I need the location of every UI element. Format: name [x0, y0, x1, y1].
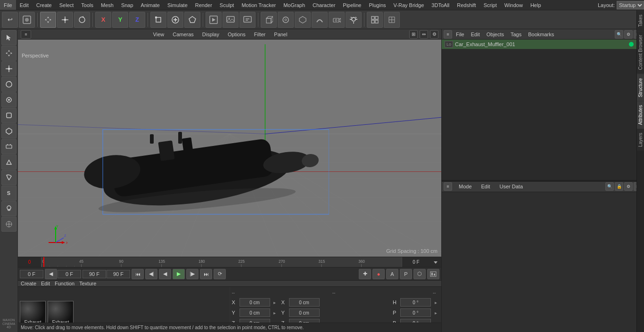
panel-menu[interactable]: Panel [272, 32, 289, 37]
cube-button[interactable] [261, 12, 277, 28]
menu-character[interactable]: Character [309, 0, 339, 10]
x-size-field[interactable] [289, 298, 320, 307]
obj-file-menu[interactable]: File [453, 29, 467, 39]
menu-pipeline[interactable]: Pipeline [339, 0, 365, 10]
s-tool-button[interactable]: S [1, 186, 17, 201]
viewport[interactable]: ≡ View Cameras Display Options Filter Pa… [18, 29, 441, 257]
obj-objects-menu[interactable]: Objects [484, 29, 507, 39]
rotate-tool-button[interactable] [74, 12, 90, 28]
mat-create-menu[interactable]: Create [21, 281, 36, 286]
tool13-button[interactable] [1, 217, 17, 232]
render-region-button[interactable] [206, 12, 222, 28]
play-back-button[interactable]: ◀ [159, 269, 171, 279]
tool5-button[interactable] [1, 92, 17, 107]
menu-motion-tracker[interactable]: Motion Tracker [238, 0, 280, 10]
menu-plugins[interactable]: Plugins [365, 0, 389, 10]
menu-create[interactable]: Create [33, 0, 56, 10]
goto-end-button[interactable]: ⏭ [200, 269, 212, 279]
viewport-menu-icon[interactable]: ≡ [21, 30, 31, 39]
deformer-button[interactable] [312, 12, 328, 28]
content-browser-tab[interactable]: Content Browser [637, 31, 644, 73]
current-frame-input[interactable] [20, 270, 43, 278]
menu-vray[interactable]: V-Ray Bridge [390, 0, 428, 10]
rotate-tool-side-button[interactable] [1, 77, 17, 92]
menu-edit[interactable]: Edit [16, 0, 33, 10]
tool9-button[interactable] [1, 154, 17, 170]
light-button[interactable] [346, 12, 362, 28]
dope-sheet-button[interactable]: ⬡ [413, 269, 426, 279]
tool10-button[interactable] [1, 170, 17, 185]
filter-menu[interactable]: Filter [252, 32, 267, 37]
menu-3dtoall[interactable]: 3DToAll [428, 0, 453, 10]
obj-tags-menu[interactable]: Tags [508, 29, 524, 39]
attr-edit-menu[interactable]: Edit [479, 182, 493, 192]
render-picture-viewer-button[interactable] [223, 12, 239, 28]
display-menu[interactable]: Display [200, 32, 221, 37]
auto-keyframe-button[interactable]: A [386, 269, 398, 279]
undo-button[interactable]: ↩ [2, 12, 18, 28]
tool12-button[interactable] [1, 201, 17, 216]
loop-button[interactable]: ⟳ [214, 269, 226, 279]
grid-button[interactable] [384, 12, 400, 28]
obj-edit-menu[interactable]: Edit [468, 29, 483, 39]
mat-function-menu[interactable]: Function [55, 281, 74, 286]
viewport-settings-icon[interactable]: ⚙ [430, 30, 438, 39]
step-back-button[interactable]: ◀| [145, 269, 157, 279]
x-axis-button[interactable]: X [95, 12, 111, 28]
attr-lock-icon[interactable]: 🔒 [615, 182, 623, 191]
goto-start-button[interactable]: ⏮ [132, 269, 144, 279]
menu-file[interactable]: File [0, 0, 16, 10]
ruler-area[interactable]: 0 45 90 135 180 225 270 315 360 [41, 257, 402, 267]
move-tool-button[interactable] [40, 12, 56, 28]
snap-button[interactable] [367, 12, 383, 28]
menu-mograph[interactable]: MoGraph [280, 0, 309, 10]
frame-prev-button[interactable]: ◀ [45, 269, 57, 279]
menu-animate[interactable]: Animate [137, 0, 164, 10]
step-forward-button[interactable]: |▶ [186, 269, 198, 279]
view-menu[interactable]: View [151, 32, 166, 37]
obj-search-icon[interactable]: 🔍 [615, 30, 623, 39]
viewport-arrows-icon[interactable]: ⇔ [420, 30, 428, 39]
mat-texture-menu[interactable]: Texture [79, 281, 96, 286]
attr-search-icon[interactable]: 🔍 [605, 182, 614, 191]
menu-render[interactable]: Render [191, 0, 216, 10]
obj-item-exhaust[interactable]: Lo Car_Exhaust_Muffler_001 [442, 40, 644, 49]
structure-tab[interactable]: Structure [637, 74, 644, 101]
object-mode-button[interactable] [150, 12, 166, 28]
tool8-button[interactable] [1, 139, 17, 154]
polygon-button[interactable] [184, 12, 200, 28]
menu-simulate[interactable]: Simulate [164, 0, 191, 10]
attributes-tab[interactable]: Attributes [637, 101, 644, 129]
play-forward-button[interactable]: ▶ [173, 269, 185, 279]
p-rot-field[interactable] [400, 308, 431, 317]
attr-mode-menu[interactable]: Mode [456, 182, 475, 192]
end-frame-input2[interactable] [107, 270, 130, 278]
obj-settings-icon[interactable]: ⚙ [624, 30, 633, 39]
select-tool-button[interactable] [1, 30, 17, 45]
add-object-button[interactable] [167, 12, 183, 28]
cameras-menu[interactable]: Cameras [171, 32, 196, 37]
viewport-expand-icon[interactable]: ⊞ [409, 30, 418, 39]
x-pos-field[interactable] [239, 298, 270, 307]
y-axis-button[interactable]: Y [112, 12, 128, 28]
menu-redshift[interactable]: Redshift [453, 0, 479, 10]
motion-clip-button[interactable]: P [400, 269, 412, 279]
y-pos-field[interactable] [239, 308, 270, 317]
extrude-button[interactable] [295, 12, 311, 28]
options-menu[interactable]: Options [226, 32, 248, 37]
h-rot-field[interactable] [400, 298, 431, 307]
timeline-button[interactable] [427, 269, 439, 279]
menu-script[interactable]: Script [480, 0, 501, 10]
menu-window[interactable]: Window [501, 0, 527, 10]
z-axis-button[interactable]: Z [129, 12, 145, 28]
menu-mesh[interactable]: Mesh [97, 0, 117, 10]
menu-sculpt[interactable]: Sculpt [216, 0, 238, 10]
render-settings-button[interactable] [239, 12, 256, 28]
mat-edit-menu[interactable]: Edit [41, 281, 50, 286]
start-frame-input[interactable] [58, 270, 81, 278]
viewport-3d[interactable]: Perspective Grid Spacing : 100 cm Y X [18, 40, 441, 257]
attr-settings-icon[interactable]: ⚙ [624, 182, 633, 191]
layout-select[interactable]: Startup [617, 1, 644, 9]
timeline-expand-icon[interactable] [430, 257, 441, 267]
move-tool-side-button[interactable] [1, 46, 17, 61]
